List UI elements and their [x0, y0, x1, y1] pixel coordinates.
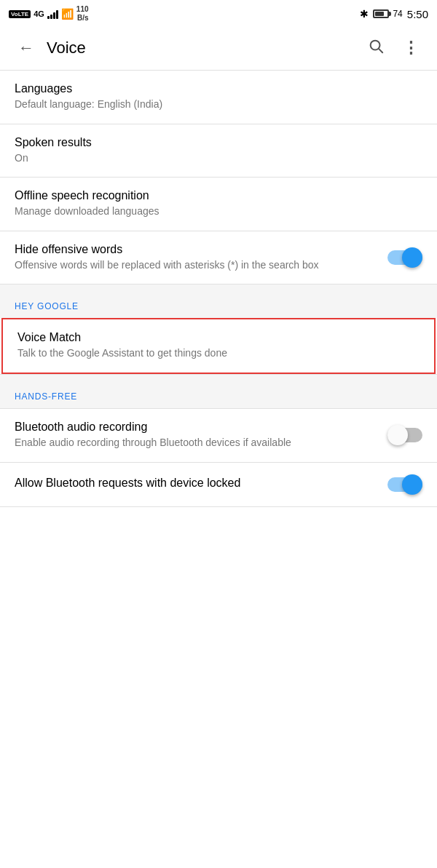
offline-speech-content: Offline speech recognition Manage downlo…	[15, 189, 422, 219]
languages-subtitle: Default language: English (India)	[15, 97, 411, 112]
voice-match-setting[interactable]: Voice Match Talk to the Google Assistant…	[1, 318, 436, 374]
spoken-results-setting[interactable]: Spoken results On	[0, 124, 437, 178]
back-arrow-icon: ←	[18, 39, 34, 57]
signal-bars	[47, 9, 58, 19]
toggle-thumb-btl	[402, 474, 422, 495]
network-speed: 110 B/s	[76, 5, 89, 23]
battery-fill	[375, 12, 384, 16]
hide-offensive-toggle[interactable]	[387, 247, 422, 268]
hide-offensive-subtitle: Offensive words will be replaced with as…	[15, 258, 376, 273]
more-options-button[interactable]: ⋮	[396, 33, 425, 63]
hands-free-section-header: HANDS-FREE	[0, 375, 437, 408]
battery-icon	[373, 9, 389, 18]
status-bar: VoLTE 4G 📶 110 B/s ✱ 74 5:50	[0, 0, 437, 26]
more-options-icon: ⋮	[403, 39, 420, 57]
bluetooth-recording-content: Bluetooth audio recording Enable audio r…	[15, 421, 387, 450]
hide-offensive-content: Hide offensive words Offensive words wil…	[15, 243, 387, 273]
status-right: ✱ 74 5:50	[360, 8, 428, 20]
clock: 5:50	[407, 8, 428, 20]
offline-speech-setting[interactable]: Offline speech recognition Manage downlo…	[0, 178, 437, 231]
signal-strength: 4G	[34, 9, 44, 18]
search-icon	[368, 38, 384, 58]
toggle-thumb	[402, 247, 422, 268]
bluetooth-locked-content: Allow Bluetooth requests with device loc…	[15, 477, 387, 492]
svg-line-1	[379, 49, 382, 52]
hands-free-section-label: HANDS-FREE	[15, 391, 77, 402]
hide-offensive-setting[interactable]: Hide offensive words Offensive words wil…	[0, 231, 437, 284]
voice-match-subtitle: Talk to the Google Assistant to get thin…	[17, 346, 408, 361]
bluetooth-icon: ✱	[360, 8, 369, 20]
languages-content: Languages Default language: English (Ind…	[15, 82, 422, 112]
settings-list: Languages Default language: English (Ind…	[0, 71, 437, 507]
toggle-thumb-bt	[387, 425, 408, 445]
languages-title: Languages	[15, 82, 411, 95]
battery-container: 74	[373, 9, 402, 19]
spoken-results-title: Spoken results	[15, 136, 411, 149]
back-button[interactable]: ←	[12, 33, 41, 63]
bluetooth-recording-toggle[interactable]	[387, 425, 422, 445]
hide-offensive-title: Hide offensive words	[15, 243, 376, 256]
bluetooth-recording-setting[interactable]: Bluetooth audio recording Enable audio r…	[0, 409, 437, 462]
app-bar: ← Voice ⋮	[0, 26, 437, 70]
hey-google-section-header: HEY GOOGLE	[0, 284, 437, 318]
offline-speech-title: Offline speech recognition	[15, 189, 411, 202]
wifi-icon: 📶	[61, 8, 74, 20]
volte-badge: VoLTE	[9, 10, 31, 18]
search-button[interactable]	[361, 33, 390, 63]
bluetooth-locked-title: Allow Bluetooth requests with device loc…	[15, 477, 376, 490]
bluetooth-locked-toggle[interactable]	[387, 474, 422, 495]
languages-setting[interactable]: Languages Default language: English (Ind…	[0, 71, 437, 124]
bluetooth-locked-setting[interactable]: Allow Bluetooth requests with device loc…	[0, 463, 437, 506]
hey-google-section-label: HEY GOOGLE	[15, 301, 79, 311]
divider-8	[0, 506, 437, 507]
app-bar-actions: ⋮	[361, 33, 425, 63]
status-left: VoLTE 4G 📶 110 B/s	[9, 5, 89, 23]
bluetooth-recording-subtitle: Enable audio recording through Bluetooth…	[15, 436, 376, 450]
voice-match-content: Voice Match Talk to the Google Assistant…	[17, 331, 420, 361]
page-title: Voice	[47, 39, 361, 57]
offline-speech-subtitle: Manage downloaded languages	[15, 204, 411, 219]
spoken-results-content: Spoken results On	[15, 136, 422, 166]
battery-percent: 74	[393, 9, 402, 19]
voice-match-title: Voice Match	[17, 331, 408, 344]
bluetooth-recording-title: Bluetooth audio recording	[15, 421, 376, 434]
spoken-results-subtitle: On	[15, 151, 411, 166]
